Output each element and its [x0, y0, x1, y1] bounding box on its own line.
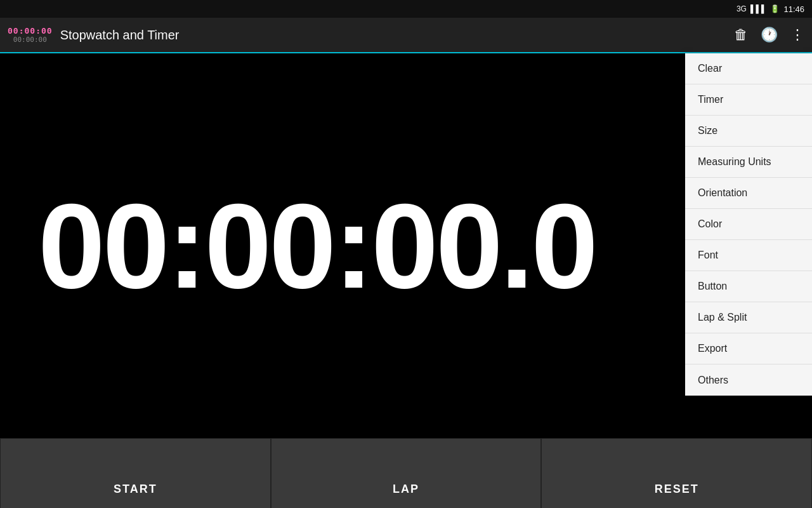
small-stopwatch-display-2: 00:00:00 — [13, 36, 47, 44]
menu-item-timer[interactable]: Timer — [685, 84, 812, 116]
menu-item-export[interactable]: Export — [685, 333, 812, 364]
lap-button[interactable]: LAP — [271, 438, 542, 508]
more-options-icon[interactable]: ⋮ — [790, 27, 804, 43]
menu-item-measuring-units[interactable]: Measuring Units — [685, 147, 812, 178]
reset-button[interactable]: RESET — [541, 438, 812, 508]
small-stopwatch-display-1: 00:00:00 — [8, 26, 53, 36]
menu-item-orientation[interactable]: Orientation — [685, 178, 812, 209]
history-icon[interactable]: 🕐 — [761, 27, 778, 43]
signal-icon: ▌▌▌ — [750, 4, 767, 13]
toolbar-icons: 🗑 🕐 ⋮ — [734, 27, 804, 43]
timer-display: 00:00:00.0 — [0, 185, 596, 306]
clock: 11:46 — [783, 4, 804, 14]
delete-icon[interactable]: 🗑 — [734, 27, 748, 43]
menu-item-size[interactable]: Size — [685, 116, 812, 147]
app-icon-area: 00:00:00 00:00:00 — [8, 26, 53, 44]
menu-item-others[interactable]: Others — [685, 364, 812, 396]
battery-icon: 🔋 — [770, 4, 780, 13]
menu-item-clear[interactable]: Clear — [685, 53, 812, 84]
menu-item-lap-split[interactable]: Lap & Split — [685, 302, 812, 333]
start-button[interactable]: START — [0, 438, 271, 508]
status-bar: 3G ▌▌▌ 🔋 11:46 — [0, 0, 812, 18]
menu-item-color[interactable]: Color — [685, 209, 812, 240]
dropdown-menu: ClearTimerSizeMeasuring UnitsOrientation… — [685, 53, 812, 396]
menu-item-button[interactable]: Button — [685, 271, 812, 302]
bottom-buttons: START LAP RESET — [0, 438, 812, 508]
app-title: Stopwatch and Timer — [60, 28, 734, 43]
menu-item-font[interactable]: Font — [685, 240, 812, 271]
network-icon: 3G — [737, 4, 747, 13]
title-bar: 00:00:00 00:00:00 Stopwatch and Timer 🗑 … — [0, 18, 812, 53]
